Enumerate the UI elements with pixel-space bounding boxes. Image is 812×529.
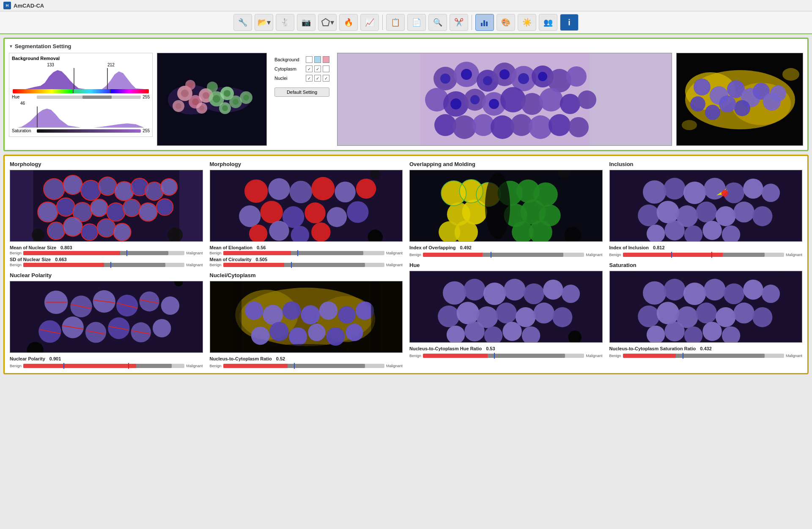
svg-point-226: [543, 280, 563, 300]
color-row-nuclei: Nuclei: [274, 75, 329, 82]
svg-point-221: [443, 281, 466, 305]
nuclei-check1[interactable]: [306, 75, 313, 82]
cyto-check2[interactable]: [314, 65, 321, 72]
svg-point-268: [723, 284, 744, 304]
svg-point-63: [440, 74, 450, 84]
circularity-track: [223, 263, 384, 267]
cytoplasm-label: Cytoplasm: [274, 66, 304, 71]
tool-polygon-btn[interactable]: ▾: [318, 14, 337, 31]
overlapping-title: Overlapping and Molding: [409, 161, 603, 167]
tool-scissors-btn[interactable]: ✂️: [450, 14, 468, 31]
bg-removal-title: Background Removal: [12, 56, 150, 61]
tool-clipboard-btn[interactable]: 📋: [386, 14, 405, 31]
svg-point-64: [461, 69, 472, 80]
tool-palette-btn[interactable]: 🎨: [497, 14, 515, 31]
svg-point-169: [304, 202, 325, 223]
svg-point-217: [485, 172, 510, 239]
nuclei-check3[interactable]: [323, 75, 329, 82]
svg-point-51: [521, 93, 543, 115]
malignant-label-c: Malignant: [386, 263, 403, 267]
svg-point-187: [338, 306, 356, 324]
svg-rect-2: [483, 20, 485, 26]
svg-point-227: [562, 285, 580, 303]
nuclear-polarity-image: [10, 281, 203, 353]
tool-wrench-btn[interactable]: 🔧: [233, 14, 252, 31]
tool-info-btn[interactable]: i: [560, 14, 579, 31]
tool-histogram-btn[interactable]: [475, 14, 494, 31]
svg-point-269: [743, 280, 763, 300]
color-row-background: Background: [274, 56, 329, 63]
bg-swatch-white[interactable]: [306, 56, 313, 63]
inclusion-title: Inclusion: [609, 161, 803, 167]
svg-point-267: [704, 279, 725, 300]
tool-run-btn[interactable]: 🐇: [276, 14, 294, 31]
svg-point-133: [32, 229, 44, 241]
svg-point-265: [664, 279, 685, 300]
tool-sun-btn[interactable]: ☀️: [518, 14, 536, 31]
elongation-track: [223, 251, 384, 255]
svg-point-88: [682, 120, 697, 130]
svg-point-271: [638, 305, 659, 327]
svg-point-231: [496, 303, 517, 323]
nuclear-polarity-scale: Benign Malignant: [10, 364, 203, 368]
morphology2-card: Morphology: [210, 161, 403, 368]
saturation-image: [609, 271, 803, 343]
bg-swatch-pink[interactable]: [323, 56, 329, 63]
svg-point-276: [733, 303, 754, 323]
svg-point-53: [560, 94, 580, 114]
svg-point-87: [782, 68, 799, 81]
default-setting-btn[interactable]: Default Setting: [274, 87, 329, 97]
inclusion-track: [623, 253, 784, 257]
tool-flame-btn[interactable]: 🔥: [339, 14, 358, 31]
toolbar: 🔧 📂▾ 🐇 📷 ▾ 🔥 📈 📋 📄 🔍 ✂️ 🎨 ☀️ 👥 i: [0, 11, 812, 34]
hue-histogram-svg: [12, 68, 150, 89]
svg-point-252: [696, 202, 716, 222]
sd-nuclear-size-scale: Benign Malignant: [10, 263, 203, 267]
tool-camera-btn[interactable]: 📷: [297, 14, 315, 31]
nuclei-check2[interactable]: [314, 75, 321, 82]
svg-point-68: [538, 72, 547, 81]
saturation-track: [623, 354, 784, 358]
tool-search-btn[interactable]: 🔍: [428, 14, 447, 31]
svg-point-194: [346, 324, 363, 341]
svg-point-245: [704, 178, 725, 199]
tool-group-btn[interactable]: 👥: [539, 14, 557, 31]
hue-marker2: 212: [107, 63, 115, 67]
cyto-check3[interactable]: [323, 65, 329, 72]
tool-report-btn[interactable]: 📄: [407, 14, 426, 31]
background-label: Background: [274, 57, 304, 62]
svg-point-257: [664, 221, 684, 240]
nuclei-cyto-image: [210, 281, 403, 353]
svg-point-264: [643, 281, 666, 305]
svg-point-62: [568, 117, 589, 137]
svg-point-183: [263, 305, 283, 324]
main-container: ▼ Segmentation Setting Background Remova…: [0, 34, 812, 378]
nc-ratio-scale: Benign Malignant: [210, 364, 403, 368]
malignant-label-np: Malignant: [186, 364, 203, 368]
svg-point-22: [213, 95, 220, 103]
collapse-triangle[interactable]: ▼: [9, 44, 13, 49]
bg-swatch-blue[interactable]: [314, 56, 321, 63]
svg-point-274: [696, 303, 716, 323]
cyto-check1[interactable]: [306, 65, 313, 72]
svg-point-165: [356, 179, 376, 199]
color-row-cytoplasm: Cytoplasm: [274, 65, 329, 72]
svg-point-229: [457, 302, 479, 324]
svg-rect-6: [74, 68, 74, 89]
svg-marker-0: [322, 19, 329, 26]
hue-image: [409, 271, 603, 343]
svg-point-32: [243, 95, 249, 101]
analysis-panel: Morphology: [3, 155, 809, 374]
inclusion-metric: Index of Inclusion 0.812: [609, 245, 803, 250]
svg-point-193: [326, 327, 344, 346]
tool-folder-btn[interactable]: 📂▾: [255, 14, 273, 31]
tool-chart-btn[interactable]: 📈: [360, 14, 379, 31]
svg-rect-195: [233, 281, 241, 352]
svg-point-175: [311, 223, 330, 241]
malignant-label-o: Malignant: [586, 253, 602, 257]
nc-ratio-metric: Nucleus-to-Cytoplasm Ratio 0.52: [210, 356, 403, 361]
hue-card-title: Hue: [409, 262, 603, 268]
svg-point-20: [203, 92, 209, 99]
svg-point-156: [153, 319, 171, 337]
morphology1-title: Morphology: [10, 161, 203, 167]
